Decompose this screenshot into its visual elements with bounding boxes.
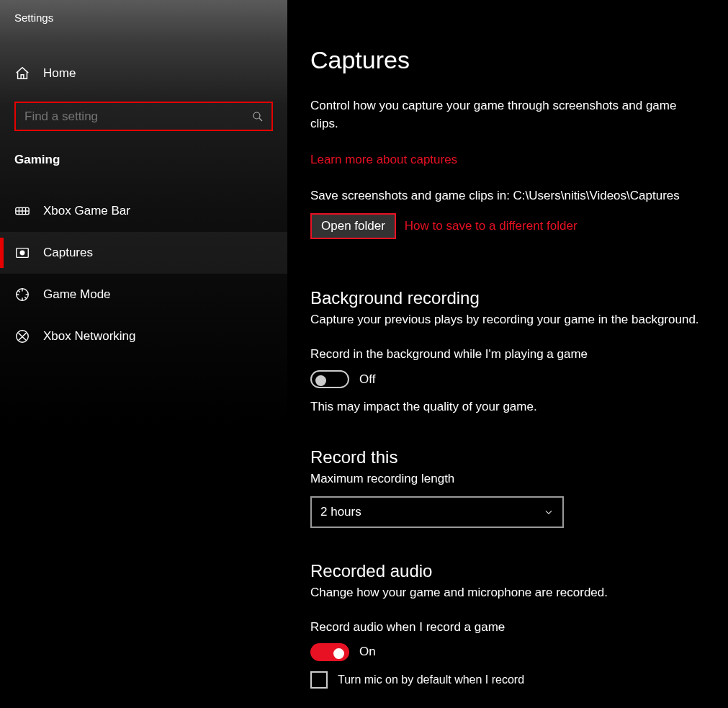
sidebar-item-xboxnet[interactable]: Xbox Networking	[0, 315, 287, 357]
search-input[interactable]	[14, 102, 273, 131]
xbox-icon	[14, 328, 30, 344]
nav-list: Xbox Game Bar Captures	[0, 190, 287, 357]
recorded-audio-heading: Recorded audio	[310, 561, 711, 581]
home-icon	[14, 66, 30, 81]
save-path-text: Save screenshots and game clips in: C:\U…	[310, 189, 711, 203]
sidebar-item-label: Captures	[43, 246, 93, 260]
home-nav[interactable]: Home	[0, 58, 287, 89]
how-to-save-link[interactable]: How to save to a different folder	[405, 219, 578, 233]
learn-more-link[interactable]: Learn more about captures	[310, 153, 457, 167]
mic-default-checkbox[interactable]	[310, 671, 328, 689]
page-title: Captures	[310, 46, 711, 74]
record-this-sub: Maximum recording length	[310, 470, 711, 488]
sidebar: Settings Home	[0, 0, 287, 708]
recorded-audio-subtext: Change how your game and microphone are …	[310, 584, 711, 601]
home-label: Home	[43, 66, 76, 81]
background-recording-heading: Background recording	[310, 288, 711, 308]
record-audio-toggle[interactable]	[310, 643, 349, 661]
audio-toggle-state: On	[359, 645, 376, 659]
open-folder-button[interactable]: Open folder	[310, 213, 396, 239]
gamebar-icon	[14, 203, 30, 219]
svg-line-1	[259, 118, 262, 121]
sidebar-item-label: Xbox Game Bar	[43, 204, 130, 218]
svg-point-0	[253, 112, 260, 119]
max-length-value: 2 hours	[320, 505, 361, 519]
window-title: Settings	[0, 6, 287, 34]
background-recording-subtext: Capture your previous plays by recording…	[310, 311, 711, 328]
sidebar-item-captures[interactable]: Captures	[0, 232, 287, 274]
sidebar-item-label: Xbox Networking	[43, 329, 136, 344]
category-heading: Gaming	[0, 131, 287, 177]
svg-point-8	[20, 251, 24, 255]
mic-checkbox-label: Turn mic on by default when I record	[338, 673, 524, 686]
svg-line-15	[24, 297, 26, 298]
sidebar-item-gamemode[interactable]: Game Mode	[0, 274, 287, 315]
max-length-select[interactable]: 2 hours	[310, 496, 564, 528]
bg-record-toggle[interactable]	[310, 370, 349, 388]
main-content: Captures Control how you capture your ga…	[287, 0, 728, 708]
audio-toggle-label: Record audio when I record a game	[310, 620, 711, 635]
chevron-down-icon	[544, 507, 554, 517]
bg-toggle-label: Record in the background while I'm playi…	[310, 347, 711, 362]
search-icon	[251, 110, 264, 123]
record-this-heading: Record this	[310, 447, 711, 467]
sidebar-item-label: Game Mode	[43, 287, 111, 302]
sidebar-item-gamebar[interactable]: Xbox Game Bar	[0, 190, 287, 232]
gamemode-icon	[14, 287, 30, 303]
captures-icon	[14, 245, 30, 261]
bg-toggle-state: Off	[359, 372, 375, 387]
svg-line-14	[19, 291, 20, 292]
page-intro: Control how you capture your game throug…	[310, 97, 699, 133]
bg-note: This may impact the quality of your game…	[310, 400, 711, 414]
